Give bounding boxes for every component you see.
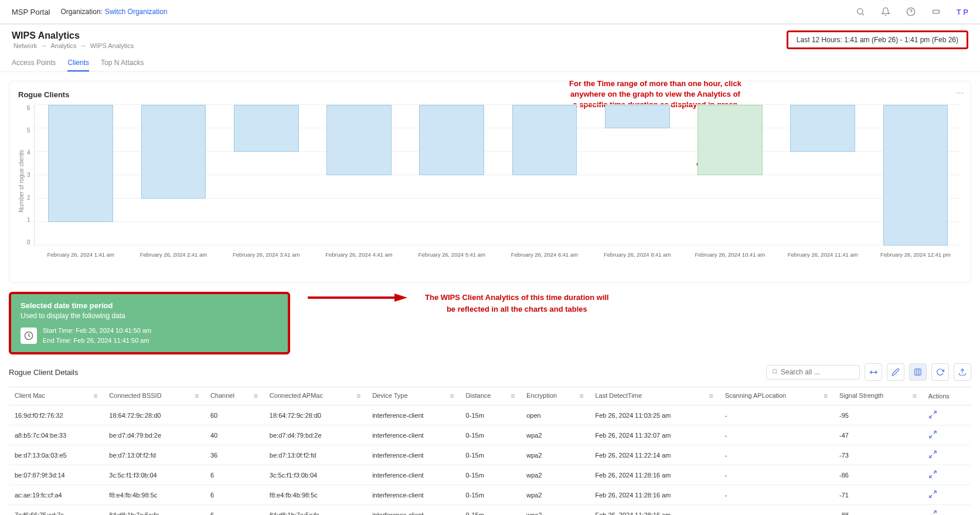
col-signal-strength[interactable]: Signal Strength≡ — [833, 387, 923, 405]
refresh-icon[interactable] — [931, 363, 949, 381]
table-row[interactable]: ac:ae:19:fc:cf:a4f8:e4:fb:4b:98:5c6f8:e4… — [9, 485, 971, 505]
svg-line-22 — [930, 455, 932, 458]
table-cell: -73 — [833, 445, 923, 465]
col-connected-bssid[interactable]: Connected BSSID≡ — [103, 387, 205, 405]
table-cell: - — [719, 505, 833, 516]
bell-icon[interactable] — [877, 4, 894, 20]
table-cell: -86 — [833, 465, 923, 485]
expand-row-icon[interactable] — [928, 450, 937, 459]
bar-label: February 26, 2024 2:41 am — [140, 249, 207, 258]
switch-organization-link[interactable]: Switch Organization — [105, 8, 168, 16]
svg-line-20 — [930, 435, 932, 438]
col-connected-apmac[interactable]: Connected APMac≡ — [264, 387, 366, 405]
col-menu-icon[interactable]: ≡ — [254, 392, 258, 400]
bar-label: February 26, 2024 8:41 am — [604, 249, 671, 258]
expand-row-icon[interactable] — [928, 410, 937, 419]
bar-label: February 26, 2024 12:41 pm — [880, 249, 951, 258]
col-channel[interactable]: Channel≡ — [205, 387, 264, 405]
breadcrumb-analytics[interactable]: Analytics — [50, 42, 76, 49]
expand-row-icon[interactable] — [928, 430, 937, 439]
user-avatar[interactable]: T P — [957, 8, 968, 16]
table-cell: 0-15m — [460, 405, 521, 425]
col-menu-icon[interactable]: ≡ — [824, 392, 828, 400]
chart-plot[interactable]: February 26, 2024 1:41 amFebruary 26, 20… — [34, 105, 962, 245]
svg-line-11 — [776, 373, 777, 374]
tab-access-points[interactable]: Access Points — [12, 55, 56, 71]
annotation-reflect-l1: The WIPS Client Analytics of this time d… — [425, 292, 609, 303]
expand-icon[interactable] — [928, 4, 944, 20]
search-input[interactable] — [781, 368, 855, 376]
time-range-selector[interactable]: Last 12 Hours: 1:41 am (Feb 26) - 1:41 p… — [787, 30, 968, 49]
tab-top-n-attacks[interactable]: Top N Attacks — [101, 55, 144, 71]
chart-bar[interactable]: February 26, 2024 6:41 am — [498, 105, 591, 245]
breadcrumb: Network → Analytics → WIPS Analytics — [12, 42, 135, 49]
svg-marker-9 — [394, 294, 407, 302]
col-last-detect-time[interactable]: Last DetectTime≡ — [589, 387, 719, 405]
table-row[interactable]: 16:9d:f0:f2:76:3218:64:72:9c:28:d06018:6… — [9, 405, 971, 425]
chart-bar[interactable]: February 26, 2024 2:41 am — [127, 105, 220, 245]
tab-clients[interactable]: Clients — [67, 55, 89, 71]
table-cell: ac:ae:19:fc:cf:a4 — [9, 485, 103, 505]
table-cell: -47 — [833, 425, 923, 445]
bar-label: February 26, 2024 4:41 am — [325, 249, 393, 258]
col-distance[interactable]: Distance≡ — [460, 387, 521, 405]
help-icon[interactable] — [903, 4, 919, 20]
expand-row-icon[interactable] — [928, 510, 937, 515]
col-encryption[interactable]: Encryption≡ — [520, 387, 589, 405]
breadcrumb-network[interactable]: Network — [13, 42, 37, 49]
table-row[interactable]: be:d7:13:0a:03:e5be:d7:13:0f:f2:fd36be:d… — [9, 445, 971, 465]
expand-row-icon[interactable] — [928, 470, 937, 479]
chart-bar[interactable]: February 26, 2024 1:41 am — [35, 105, 127, 245]
col-menu-icon[interactable]: ≡ — [709, 392, 713, 400]
table-cell: be:07:87:9f:3d:14 — [9, 465, 103, 485]
table-row[interactable]: 7c:f6:66:75:cd:7c84:d8:1b:7e:5c:fe684:d8… — [9, 505, 971, 516]
card-menu-icon[interactable]: ⋯ — [956, 88, 964, 97]
col-actions: Actions — [923, 387, 971, 405]
table-cell: be:d7:d4:79:bd:2e — [103, 425, 205, 445]
chart-bar[interactable]: February 26, 2024 10:41 am — [683, 105, 776, 245]
svg-line-26 — [930, 495, 932, 497]
search-icon[interactable] — [852, 4, 869, 20]
table-cell: 6 — [205, 485, 264, 505]
table-cell: be:d7:d4:79:bd:2e — [264, 425, 366, 445]
table-cell: - — [719, 465, 833, 485]
table-cell: 84:d8:1b:7e:5c:fe — [103, 505, 205, 516]
search-box[interactable] — [766, 365, 860, 380]
table-cell: 0-15m — [460, 465, 521, 485]
rogue-clients-title: Rogue Clients — [18, 90, 962, 99]
table-cell: interference-client — [366, 425, 460, 445]
svg-line-18 — [930, 415, 932, 418]
table-row[interactable]: be:07:87:9f:3d:143c:5c:f1:f3:0b:0463c:5c… — [9, 465, 971, 485]
chart-bar[interactable]: February 26, 2024 3:41 am — [220, 105, 312, 245]
chart-bar[interactable]: February 26, 2024 12:41 pm — [869, 105, 962, 245]
table-cell: be:d7:13:0a:03:e5 — [9, 445, 103, 465]
expand-row-icon[interactable] — [928, 490, 937, 499]
chart-bar[interactable]: February 26, 2024 8:41 am — [591, 105, 683, 245]
edit-icon[interactable] — [887, 363, 904, 381]
msp-portal-label: MSP Portal — [12, 8, 50, 16]
export-icon[interactable] — [954, 363, 971, 381]
col-menu-icon[interactable]: ≡ — [913, 392, 917, 400]
col-client-mac[interactable]: Client Mac≡ — [9, 387, 103, 405]
table-cell: Feb 26, 2024 11:28:16 am — [589, 485, 719, 505]
top-bar: MSP Portal Organization: Switch Organiza… — [0, 0, 980, 24]
resize-columns-icon[interactable] — [865, 363, 882, 381]
chart-bar[interactable]: February 26, 2024 11:41 am — [777, 105, 869, 245]
chart-bar[interactable]: February 26, 2024 5:41 am — [406, 105, 498, 245]
rogue-client-details-section: Rogue Client Details Client Mac≡ Connect… — [9, 363, 971, 515]
bar-chart[interactable]: Number of rogue clients 6543210 February… — [18, 105, 962, 257]
col-menu-icon[interactable]: ≡ — [356, 392, 360, 400]
col-menu-icon[interactable]: ≡ — [579, 392, 583, 400]
bar-label: February 26, 2024 10:41 am — [695, 249, 765, 258]
columns-icon[interactable] — [909, 363, 927, 381]
chart-bar[interactable]: February 26, 2024 4:41 am — [312, 105, 405, 245]
rogue-client-table: Client Mac≡ Connected BSSID≡ Channel≡ Co… — [9, 387, 971, 515]
col-menu-icon[interactable]: ≡ — [93, 392, 97, 400]
col-scanning-ap-location[interactable]: Scanning APLocation≡ — [719, 387, 833, 405]
col-menu-icon[interactable]: ≡ — [195, 392, 199, 400]
col-menu-icon[interactable]: ≡ — [450, 392, 454, 400]
col-device-type[interactable]: Device Type≡ — [366, 387, 460, 405]
table-row[interactable]: a8:b5:7c:04:be:33be:d7:d4:79:bd:2e40be:d… — [9, 425, 971, 445]
col-menu-icon[interactable]: ≡ — [511, 392, 515, 400]
annotation-reflect-l2: be reflected in all the charts and table… — [425, 303, 609, 315]
